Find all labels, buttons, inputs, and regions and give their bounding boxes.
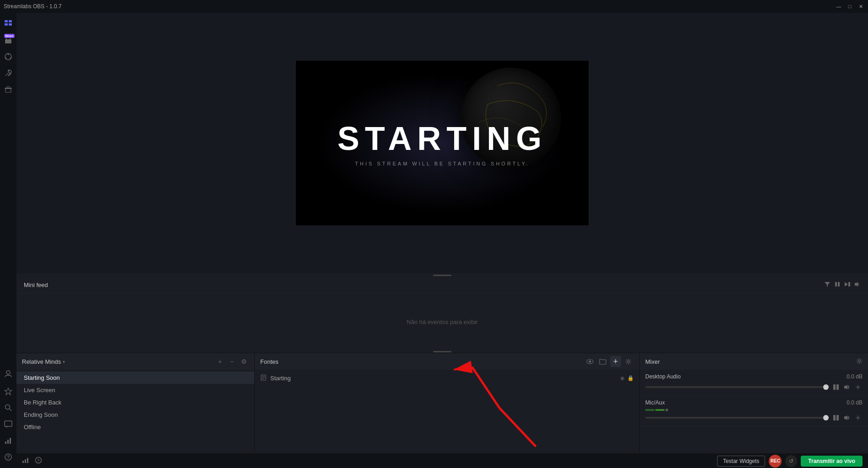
desktop-audio-toggle-btn[interactable]: [831, 383, 841, 392]
scenes-panel: Relative Minds ▾ + − ⚙ Starting Soon Liv…: [16, 353, 254, 453]
app-container: Novo: [0, 13, 868, 468]
skip-feed-button[interactable]: [844, 281, 851, 289]
scenes-settings-button[interactable]: ⚙: [239, 356, 249, 367]
desktop-audio-slider[interactable]: [645, 386, 829, 388]
sidebar-item-search[interactable]: [1, 400, 16, 415]
svg-rect-10: [5, 89, 11, 92]
sidebar-item-scenes[interactable]: [1, 16, 16, 31]
preview-canvas: STARTING THIS STREAM WILL BE STARTING SH…: [296, 61, 589, 225]
mic-aux-thumb[interactable]: [823, 415, 829, 420]
preview-area: STARTING THIS STREAM WILL BE STARTING SH…: [16, 13, 868, 273]
status-right: Testar Widgets REC ↺ Transmitir ao vivo: [717, 455, 863, 468]
scene-item-live-screen[interactable]: Live Screen: [16, 384, 254, 396]
preview-feed-resizer[interactable]: [16, 273, 868, 277]
sources-add-button[interactable]: +: [610, 356, 621, 367]
scene-item-be-right-back[interactable]: Be Right Back: [16, 396, 254, 409]
scenes-remove-button[interactable]: −: [227, 356, 237, 367]
sidebar-item-activity[interactable]: [1, 384, 16, 399]
svg-marker-40: [844, 385, 847, 389]
sidebar-item-themes[interactable]: [1, 49, 16, 64]
sidebar-item-tools[interactable]: [1, 66, 16, 80]
mic-aux-volume-btn[interactable]: [842, 413, 852, 422]
mic-aux-slider[interactable]: [645, 417, 829, 419]
svg-rect-17: [7, 440, 9, 444]
mic-aux-toggle-btn[interactable]: [831, 413, 841, 422]
svg-marker-26: [855, 282, 858, 287]
scene-item-ending-soon[interactable]: Ending Soon: [16, 409, 254, 421]
pause-feed-button[interactable]: [834, 281, 841, 289]
svg-rect-39: [836, 384, 839, 390]
sidebar-item-marketplace[interactable]: [1, 82, 16, 97]
mic-aux-buttons: [831, 413, 863, 422]
rec-button[interactable]: REC: [769, 455, 782, 468]
svg-text:?: ?: [7, 455, 10, 460]
svg-rect-18: [10, 438, 11, 444]
help-button[interactable]: ?: [35, 457, 42, 465]
scenes-header-buttons: + − ⚙: [215, 356, 249, 367]
store-badge: Novo: [4, 34, 15, 38]
sources-folder-button[interactable]: [597, 356, 608, 367]
testar-widgets-button[interactable]: Testar Widgets: [717, 456, 765, 467]
close-button[interactable]: ✕: [857, 3, 864, 10]
sidebar-item-store[interactable]: Novo: [1, 33, 16, 48]
source-visibility-btn[interactable]: ◉: [620, 375, 625, 381]
stats-button[interactable]: [22, 457, 29, 465]
mini-feed-header: Mini feed: [16, 277, 868, 293]
maximize-button[interactable]: □: [846, 3, 853, 10]
sources-eye-button[interactable]: [584, 356, 595, 367]
scenes-title-wrapper: Relative Minds ▾: [22, 358, 65, 365]
scenes-add-button[interactable]: +: [215, 356, 225, 367]
desktop-audio-buttons: [831, 383, 863, 392]
volume-feed-button[interactable]: [854, 281, 861, 289]
reset-button[interactable]: ↺: [785, 455, 797, 467]
svg-rect-43: [836, 415, 839, 420]
mini-feed-panel: Mini feed: [16, 277, 868, 350]
svg-point-45: [857, 417, 859, 419]
desktop-audio-thumb[interactable]: [823, 384, 829, 390]
mic-aux-label: Mic/Aux: [645, 399, 665, 406]
svg-rect-2: [5, 23, 8, 26]
scene-item-starting-soon[interactable]: Starting Soon: [16, 372, 254, 384]
svg-text:?: ?: [37, 458, 40, 463]
svg-rect-22: [835, 282, 837, 287]
starting-subtitle: THIS STREAM WILL BE STARTING SHORTLY.: [338, 161, 547, 166]
mic-aux-db: 0.0 dB: [847, 399, 863, 406]
desktop-audio-settings-btn[interactable]: [853, 383, 863, 392]
scene-item-offline[interactable]: Offline: [16, 421, 254, 433]
svg-line-14: [10, 409, 12, 411]
svg-rect-3: [9, 23, 12, 26]
mixer-title: Mixer: [645, 358, 660, 365]
desktop-audio-controls: [645, 383, 863, 392]
sources-gear-button[interactable]: [623, 356, 634, 367]
sidebar: Novo: [0, 13, 16, 468]
scenes-list: Starting Soon Live Screen Be Right Back …: [16, 370, 254, 453]
filter-icon[interactable]: [824, 281, 830, 289]
desktop-audio-label: Desktop Audio: [645, 373, 680, 380]
source-lock-btn[interactable]: 🔒: [627, 375, 634, 381]
sidebar-item-help[interactable]: ?: [1, 450, 16, 464]
svg-rect-23: [838, 282, 840, 287]
feed-controls: [824, 281, 861, 289]
go-live-button[interactable]: Transmitir ao vivo: [801, 456, 863, 467]
svg-rect-42: [833, 415, 836, 420]
minimize-button[interactable]: —: [835, 3, 842, 10]
sidebar-item-stats[interactable]: [1, 433, 16, 448]
mixer-header: Mixer: [640, 353, 868, 370]
mic-level-bar-1: [645, 409, 654, 411]
mic-level-dot: [665, 409, 668, 411]
mixer-settings-button[interactable]: [856, 358, 863, 366]
rec-label: REC: [771, 458, 780, 463]
sources-header-buttons: +: [584, 356, 634, 367]
source-item-starting[interactable]: Starting ◉ 🔒: [255, 372, 639, 385]
scenes-dropdown-icon[interactable]: ▾: [63, 359, 65, 364]
svg-point-6: [8, 54, 9, 55]
bottom-panel: Relative Minds ▾ + − ⚙ Starting Soon Liv…: [16, 353, 868, 453]
svg-point-13: [5, 405, 10, 410]
mic-aux-settings-btn[interactable]: [853, 413, 863, 422]
svg-rect-0: [5, 20, 8, 22]
sidebar-item-chat[interactable]: [1, 417, 16, 431]
sidebar-item-profile[interactable]: [1, 367, 16, 381]
desktop-audio-volume-btn[interactable]: [842, 383, 852, 392]
mixer-panel: Mixer Desktop Audio 0.0 dB: [639, 353, 868, 453]
svg-marker-24: [845, 282, 848, 287]
